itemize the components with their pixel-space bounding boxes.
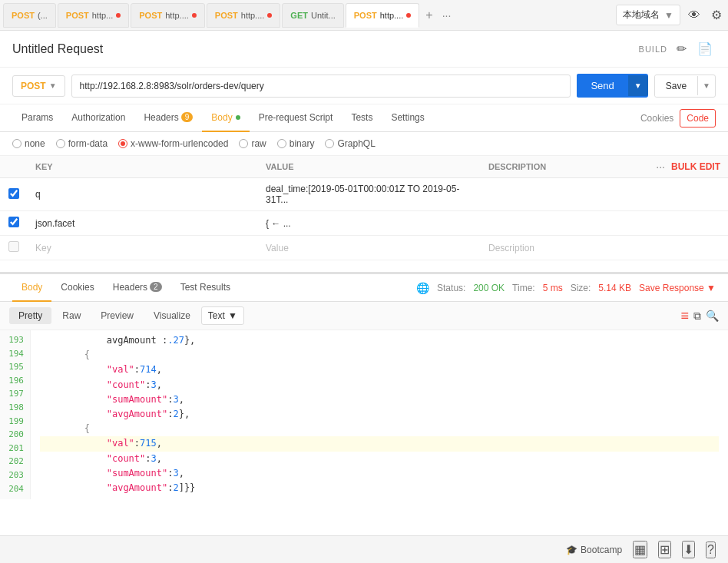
tab-1[interactable]: POST (... (3, 3, 56, 28)
radio-urlencoded[interactable]: x-www-form-urlencoded (118, 138, 228, 149)
row-empty-description[interactable]: Description (481, 236, 728, 260)
code-line-195: "val":714, (40, 363, 719, 377)
tab-dot-3 (192, 13, 197, 18)
response-section: Body Cookies Headers 2 Test Results 🌐 St… (0, 273, 728, 499)
radio-none[interactable]: none (12, 138, 45, 149)
search-icon-button[interactable]: 🔍 (706, 308, 719, 324)
settings-icon-button[interactable]: ⚙ (708, 5, 725, 25)
rbt-visualize[interactable]: Visualize (144, 307, 200, 324)
download-icon-button[interactable]: ⬇ (682, 541, 695, 558)
size-label: Size: (571, 283, 591, 293)
tab-params[interactable]: Params (12, 104, 62, 132)
tab-4[interactable]: POST http.... (207, 3, 281, 28)
tab-headers[interactable]: Headers 9 (134, 104, 202, 132)
row-1-checkbox[interactable] (8, 188, 19, 199)
size-value: 5.14 KB (598, 283, 631, 293)
code-line-204 (40, 495, 719, 499)
copy-icon-button[interactable]: ⧉ (693, 308, 701, 324)
save-button[interactable]: Save (655, 75, 697, 97)
resp-tab-test-results[interactable]: Test Results (171, 274, 240, 302)
url-input[interactable] (71, 75, 571, 98)
tab-body[interactable]: Body (202, 104, 249, 132)
row-empty-checkbox[interactable] (8, 241, 19, 252)
more-tabs-button[interactable]: ··· (438, 9, 456, 22)
code-line-203: "avgAmount":2]}} (40, 481, 719, 495)
tab-method-3: POST (139, 11, 162, 20)
method-caret-icon: ▼ (49, 81, 57, 90)
code-line-197: "sumAmount":3, (40, 392, 719, 407)
radio-form-data[interactable]: form-data (56, 138, 108, 149)
doc-icon-button[interactable]: 📄 (694, 38, 716, 59)
resp-tab-body[interactable]: Body (12, 274, 51, 302)
wrap-icon-button[interactable]: ≡ (680, 308, 689, 324)
tab-dot-2 (116, 13, 121, 18)
tab-5[interactable]: GET Untit... (282, 3, 343, 28)
table-more-button[interactable]: ··· (656, 161, 665, 173)
env-arrow-icon: ▼ (664, 10, 673, 21)
tab-dot-6 (406, 13, 411, 18)
save-response-button[interactable]: Save Response ▼ (639, 283, 716, 293)
radio-dot-form-data (56, 139, 65, 148)
rbt-preview[interactable]: Preview (91, 307, 143, 324)
tab-url-1: (... (38, 11, 48, 20)
tab-2[interactable]: POST http... (58, 3, 129, 28)
env-selector[interactable]: 本地域名 ▼ (616, 5, 680, 25)
grid-icon-button[interactable]: ▦ (633, 541, 647, 558)
col-check (0, 156, 28, 178)
row-2-checkbox[interactable] (8, 217, 19, 227)
resp-body-tabs: Pretty Raw Preview Visualize Text ▼ ≡ ⧉ … (0, 302, 728, 330)
edit-icon-button[interactable]: ✏ (673, 38, 690, 59)
tab-settings[interactable]: Settings (382, 104, 433, 132)
tab-method-4: POST (215, 11, 238, 20)
eye-icon-button[interactable]: 👁 (685, 5, 703, 25)
new-tab-button[interactable]: + (421, 8, 437, 22)
tab-tests[interactable]: Tests (342, 104, 382, 132)
bottom-bar: 🎓 Bootcamp ▦ ⊞ ⬇ ? (0, 535, 728, 563)
tab-authorization[interactable]: Authorization (62, 104, 134, 132)
help-icon-button[interactable]: ? (706, 541, 716, 558)
save-dropdown-button[interactable]: ▼ (697, 76, 715, 95)
env-name: 本地域名 (623, 8, 660, 22)
row-2-description[interactable] (481, 211, 728, 236)
radio-graphql[interactable]: GraphQL (325, 138, 375, 149)
send-dropdown-button[interactable]: ▼ (628, 75, 648, 96)
radio-dot-binary (277, 139, 286, 148)
bootcamp-icon: 🎓 (566, 545, 577, 555)
radio-raw[interactable]: raw (239, 138, 266, 149)
rbt-pretty[interactable]: Pretty (9, 307, 51, 324)
code-area: 193 194 195 196 197 198 199 200 201 202 … (0, 330, 728, 499)
bootcamp-link[interactable]: 🎓 Bootcamp (566, 545, 622, 555)
build-button[interactable]: BUILD (639, 45, 667, 54)
code-line-200: "val":715, (40, 436, 719, 451)
tab-3[interactable]: POST http.... (131, 3, 205, 28)
split-icon-button[interactable]: ⊞ (658, 541, 671, 558)
resp-tab-headers[interactable]: Headers 2 (104, 274, 171, 302)
col-key: KEY (28, 156, 258, 178)
method-select[interactable]: POST ▼ (12, 75, 65, 97)
send-button[interactable]: Send (577, 74, 627, 98)
tab-url-2: http... (92, 11, 114, 20)
radio-binary[interactable]: binary (277, 138, 315, 149)
bulk-edit-link[interactable]: Bulk Edit (671, 161, 720, 172)
row-1-key[interactable]: q (28, 178, 258, 211)
method-label: POST (21, 81, 46, 91)
params-table-area: KEY VALUE DESCRIPTION ··· Bulk Edit (0, 156, 728, 260)
tab-pre-request[interactable]: Pre-request Script (250, 104, 342, 132)
code-scroll[interactable]: 193 194 195 196 197 198 199 200 201 202 … (0, 330, 728, 499)
row-empty-key[interactable]: Key (28, 236, 258, 260)
headers-badge: 9 (181, 112, 194, 122)
row-empty-value[interactable]: Value (258, 236, 481, 260)
row-2-value[interactable]: { ← ... (258, 211, 481, 236)
code-link[interactable]: Code (680, 109, 716, 128)
response-tabs-bar: Body Cookies Headers 2 Test Results 🌐 St… (0, 274, 728, 302)
cookies-link[interactable]: Cookies (636, 113, 678, 124)
row-2-key[interactable]: json.facet (28, 211, 258, 236)
text-format-caret: ▼ (228, 310, 237, 321)
tab-bar: POST (... POST http... POST http.... POS… (0, 0, 728, 31)
text-format-select[interactable]: Text ▼ (201, 306, 244, 325)
row-1-description[interactable] (481, 178, 728, 211)
rbt-raw[interactable]: Raw (53, 307, 90, 324)
row-1-value[interactable]: deal_time:[2019-05-01T00:00:01Z TO 2019-… (258, 178, 481, 211)
tab-6[interactable]: POST http.... (346, 3, 420, 28)
resp-tab-cookies[interactable]: Cookies (51, 274, 103, 302)
